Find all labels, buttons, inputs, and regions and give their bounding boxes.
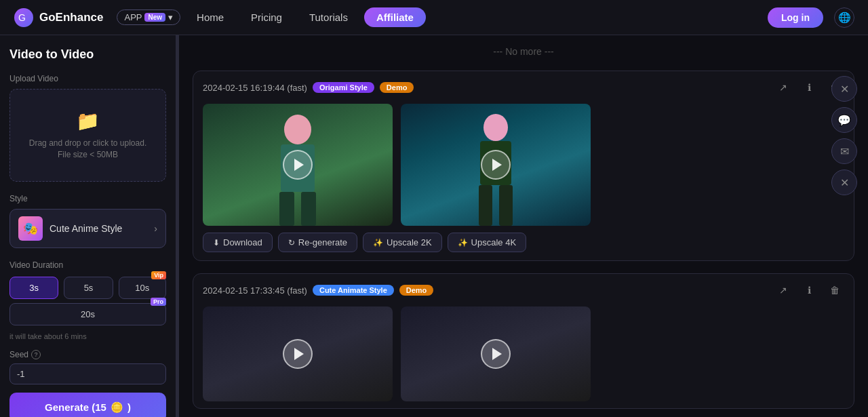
card-1-result-thumb — [401, 104, 591, 226]
side-float-buttons: ✕ 💬 ✉ ✕ — [831, 76, 857, 195]
card-1-buttons: ⬇ Download ↻ Re-generate ✨ Upscale 2K ✨ … — [193, 233, 854, 260]
duration-5s[interactable]: 5s — [64, 277, 113, 299]
svg-rect-4 — [279, 192, 294, 226]
logo-icon: G — [14, 7, 34, 28]
no-more-text: --- No more --- — [193, 46, 854, 57]
card-1-original-video — [203, 104, 393, 226]
card-1-info-icon[interactable]: ℹ — [800, 78, 818, 97]
sparkle-2k-icon: ✨ — [373, 238, 383, 247]
card-1-previews — [193, 104, 854, 233]
card-2-info-icon[interactable]: ℹ — [800, 281, 818, 300]
duration-20s[interactable]: 20s — [9, 303, 166, 325]
app-label: APP — [124, 12, 142, 22]
style-selector[interactable]: 🎭 Cute Anime Style › — [9, 209, 166, 248]
language-icon[interactable]: 🌐 — [834, 7, 854, 28]
svg-point-6 — [484, 114, 508, 141]
video-card-2: 2024-02-15 17:33:45 (fast) Cute Animate … — [193, 273, 854, 409]
card-1-original-thumb — [203, 104, 393, 226]
download-icon: ⬇ — [213, 238, 220, 247]
card-2-result-play[interactable] — [481, 339, 511, 369]
duration-10s[interactable]: 10s — [119, 277, 166, 299]
nav-pricing[interactable]: Pricing — [240, 7, 293, 27]
card-1-tag-style: Origami Style — [313, 82, 374, 93]
duration-label: Video Duration — [9, 260, 166, 270]
upscale-4k-button[interactable]: ✨ Upscale 4K — [448, 233, 526, 252]
main-layout: Video to Video Upload Video 📁 Drag and d… — [0, 35, 868, 417]
duration-row2: 20s Pro — [9, 303, 166, 325]
mail-float-button[interactable]: ✉ — [831, 138, 857, 164]
duration-10s-wrapper: 10s Vip — [119, 277, 166, 299]
card-1-result-video — [401, 104, 591, 226]
download-button[interactable]: ⬇ Download — [203, 233, 273, 252]
card-2-share-icon[interactable]: ↗ — [774, 281, 793, 300]
sparkle-4k-icon: ✨ — [458, 238, 468, 247]
seed-label: Seed ? — [9, 350, 166, 359]
card-2-original-video — [203, 306, 393, 401]
upscale-2k-button[interactable]: ✨ Upscale 2K — [363, 233, 441, 252]
card-2-previews — [193, 306, 854, 408]
page-title: Video to Video — [9, 47, 166, 62]
card-1-result-play[interactable] — [481, 150, 511, 180]
card-2-original-play[interactable] — [283, 339, 313, 369]
sidebar: Video to Video Upload Video 📁 Drag and d… — [0, 35, 176, 417]
duration-20s-wrapper: 20s Pro — [9, 303, 166, 325]
regenerate-button[interactable]: ↻ Re-generate — [278, 233, 357, 252]
svg-point-2 — [284, 115, 311, 144]
card-2-header: 2024-02-15 17:33:45 (fast) Cute Animate … — [193, 274, 854, 306]
login-button[interactable]: Log in — [768, 7, 823, 28]
navbar: G GoEnhance APP New ▾ Home Pricing Tutor… — [0, 0, 868, 35]
card-1-timestamp: 2024-02-15 16:19:44 (fast) — [203, 83, 307, 93]
generate-credit-close: ) — [127, 401, 131, 413]
duration-3s[interactable]: 3s — [9, 277, 58, 299]
card-1-original-play[interactable] — [283, 150, 313, 180]
card-2-actions: ↗ ℹ 🗑 — [774, 281, 844, 300]
discord-float-button[interactable]: 💬 — [831, 107, 857, 133]
upload-text: Drag and drop or click to upload. File s… — [29, 138, 146, 161]
logo[interactable]: G GoEnhance — [14, 7, 103, 28]
upload-icon: 📁 — [76, 110, 100, 132]
close-float-button-2[interactable]: ✕ — [831, 170, 857, 195]
help-icon: ? — [31, 350, 41, 359]
card-2-result-thumb — [401, 306, 591, 401]
duration-options: 3s 5s 10s Vip — [9, 277, 166, 299]
style-label: Style — [9, 194, 166, 203]
card-1-header: 2024-02-15 16:19:44 (fast) Origami Style… — [193, 71, 854, 104]
nav-affiliate[interactable]: Affiliate — [364, 7, 426, 27]
style-thumbnail: 🎭 — [18, 216, 43, 241]
nav-tutorials[interactable]: Tutorials — [298, 7, 359, 27]
content-area: --- No more --- 2024-02-15 16:19:44 (fas… — [179, 35, 868, 417]
svg-rect-5 — [301, 192, 316, 226]
card-2-tag-demo: Demo — [399, 285, 434, 296]
regenerate-icon: ↻ — [288, 238, 295, 247]
estimate-text: it will take about 6 mins — [9, 332, 166, 340]
close-float-button[interactable]: ✕ — [831, 76, 857, 102]
style-arrow-icon: › — [154, 223, 157, 234]
generate-button[interactable]: Generate (15 🪙 ) — [9, 393, 166, 417]
nav-home[interactable]: Home — [186, 7, 235, 27]
pro-badge: Pro — [151, 298, 166, 306]
style-name: Cute Anime Style — [50, 223, 147, 234]
card-2-tag-style: Cute Animate Style — [313, 285, 394, 296]
svg-rect-8 — [479, 185, 492, 226]
seed-input[interactable] — [9, 363, 166, 384]
card-2-original-thumb — [203, 306, 393, 401]
card-2-timestamp: 2024-02-15 17:33:45 (fast) — [203, 285, 307, 296]
vip-badge: Vip — [151, 271, 166, 279]
logo-text: GoEnhance — [39, 11, 103, 24]
video-card-1: 2024-02-15 16:19:44 (fast) Origami Style… — [193, 71, 854, 261]
upload-box[interactable]: 📁 Drag and drop or click to upload. File… — [9, 89, 166, 182]
app-nav-button[interactable]: APP New ▾ — [117, 9, 180, 25]
new-badge: New — [144, 13, 165, 22]
svg-text:G: G — [18, 12, 26, 23]
svg-rect-9 — [499, 185, 513, 226]
card-1-tag-demo: Demo — [380, 82, 414, 93]
card-2-result-video — [401, 306, 591, 401]
card-2-delete-icon[interactable]: 🗑 — [825, 281, 844, 300]
upload-label: Upload Video — [9, 74, 166, 83]
card-1-share-icon[interactable]: ↗ — [774, 78, 793, 97]
chevron-down-icon: ▾ — [168, 12, 173, 22]
